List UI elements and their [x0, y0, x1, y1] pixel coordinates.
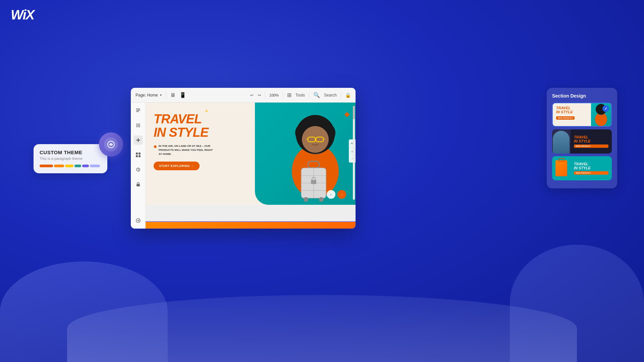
svg-point-11 — [138, 126, 139, 127]
chevron-down-icon: ▾ — [160, 93, 162, 97]
svg-point-12 — [139, 126, 140, 127]
svg-point-5 — [138, 124, 139, 125]
scrollbar-thumb — [353, 106, 355, 119]
hero-right: ◆ — [255, 103, 356, 205]
lock-icon: 🔒 — [345, 93, 351, 98]
luggage-illustration — [299, 161, 329, 204]
svg-point-7 — [136, 125, 137, 126]
editor-sidebar — [131, 103, 146, 229]
editor-body: Home Shop About Contact ✦ SOLAR 🛍 Sectio… — [131, 103, 356, 229]
sidebar-lock-icon[interactable] — [133, 180, 143, 189]
svg-rect-14 — [136, 140, 140, 140]
svg-rect-33 — [308, 161, 319, 168]
search-label[interactable]: Search — [324, 93, 337, 98]
svg-point-42 — [319, 197, 324, 202]
sidebar-apps-icon[interactable] — [133, 150, 143, 160]
page-selector[interactable]: Page: Home ▾ — [136, 93, 162, 98]
separator4 — [309, 92, 309, 99]
ai-icon — [104, 137, 118, 152]
svg-point-8 — [138, 125, 139, 126]
diamond-bullet-icon: ◆ — [154, 144, 157, 149]
page-selector-label: Page: Home — [136, 93, 158, 98]
separator — [166, 92, 166, 99]
search-icon: 🔍 — [313, 92, 320, 98]
star-decoration-1: ✦ — [204, 108, 209, 114]
redo-icon[interactable]: ↪ — [258, 93, 261, 98]
bg-shape-right — [510, 245, 644, 362]
color-swatch-4 — [74, 165, 81, 167]
svg-point-9 — [139, 125, 140, 126]
sidebar-publish-icon[interactable] — [133, 216, 143, 225]
hero-subtitle: ◆ IN THE AIR, ON LAND OR AT SEA – OUR PR… — [154, 144, 214, 156]
hero-subtitle-text: IN THE AIR, ON LAND OR AT SEA – OUR PROD… — [159, 144, 214, 156]
svg-rect-18 — [139, 155, 141, 157]
editor-topbar: Page: Home ▾ 🖥 📱 ↩ ↪ 100% ⊞ Tools 🔍 Sear… — [131, 88, 356, 103]
dc2-badge: NEW PRODUCT — [574, 144, 608, 148]
svg-rect-40 — [311, 180, 316, 184]
svg-rect-16 — [139, 153, 141, 155]
svg-rect-20 — [137, 184, 140, 186]
hero-cta-button[interactable]: START EXPLORING → — [154, 162, 200, 170]
undo-icon[interactable]: ↩ — [250, 93, 254, 98]
dc3-left — [552, 156, 571, 180]
ai-bubble[interactable] — [99, 132, 123, 157]
color-swatch-5 — [82, 165, 89, 167]
hero-title-line2: IN STYLE — [154, 125, 208, 139]
editor-scrollbar[interactable] — [353, 106, 355, 200]
luggage-mini-icon — [555, 160, 567, 176]
design-card-3[interactable]: TRAVELIN STYLE NEW PRODUCT — [552, 156, 612, 180]
sidebar-add-icon[interactable] — [133, 135, 143, 145]
sidebar-pages-icon[interactable] — [133, 106, 143, 115]
design-card-2[interactable]: TRAVELIN STYLE NEW PRODUCT — [552, 129, 612, 154]
wix-logo: WiX — [11, 7, 34, 22]
hero-section: Section Welcome ✦ TRAVEL IN STYLE ◆ IN T… — [146, 103, 356, 205]
color-swatch-2 — [54, 165, 64, 167]
separator3 — [283, 92, 283, 99]
hero-title: TRAVEL IN STYLE — [154, 113, 247, 139]
dc2-left — [552, 129, 571, 154]
dc3-right: TRAVELIN STYLE NEW PRODUCT — [571, 156, 612, 180]
sidebar-theme-icon[interactable] — [133, 165, 143, 174]
section-design-title: Section Design — [552, 93, 612, 99]
section-design-panel: Section Design TRAVELIN STYLE NEW PRODUC… — [547, 88, 617, 188]
svg-rect-2 — [136, 110, 140, 111]
dc1-left: TRAVELIN STYLE NEW PRODUCT — [553, 103, 591, 126]
dc1-badge: NEW PRODUCT — [556, 116, 575, 120]
dc2-right: TRAVELIN STYLE NEW PRODUCT — [571, 129, 612, 154]
dc3-title: TRAVELIN STYLE — [574, 162, 608, 170]
dc1-title: TRAVELIN STYLE — [556, 106, 588, 114]
mobile-icon[interactable]: 📱 — [179, 92, 186, 98]
tools-label[interactable]: Tools — [296, 93, 305, 98]
separator5 — [341, 92, 341, 99]
prev-arrow-button[interactable]: ← — [327, 190, 335, 199]
svg-point-4 — [136, 124, 137, 125]
hero-cta-label: START EXPLORING → — [159, 164, 194, 168]
theme-color-bar — [40, 165, 101, 167]
svg-rect-15 — [136, 153, 138, 155]
svg-rect-3 — [136, 111, 139, 112]
color-swatch-3 — [65, 165, 73, 167]
color-swatch-1 — [40, 165, 53, 167]
editor-canvas: Home Shop About Contact ✦ SOLAR 🛍 Sectio… — [146, 103, 356, 229]
svg-rect-1 — [136, 109, 140, 109]
custom-theme-card: CUSTOM THEME This is a paragraph theme — [34, 144, 107, 173]
custom-theme-subtitle: This is a paragraph theme — [40, 157, 101, 161]
custom-theme-title: CUSTOM THEME — [40, 149, 101, 155]
bg-shape-center — [67, 295, 577, 362]
hero-left: ✦ TRAVEL IN STYLE ◆ IN THE AIR, ON LAND … — [146, 103, 255, 205]
dc3-badge: NEW PRODUCT — [574, 171, 608, 175]
editor-window: Page: Home ▾ 🖥 📱 ↩ ↪ 100% ⊞ Tools 🔍 Sear… — [131, 88, 356, 229]
dc2-person — [553, 131, 570, 154]
svg-rect-17 — [136, 155, 138, 157]
design-card-check-icon: ✓ — [602, 105, 609, 112]
desktop-icon[interactable]: 🖥 — [170, 92, 175, 98]
svg-point-6 — [139, 124, 140, 125]
grid-icon: ⊞ — [287, 92, 291, 98]
color-swatch-6 — [90, 165, 100, 167]
design-card-1[interactable]: TRAVELIN STYLE NEW PRODUCT ✓ — [552, 103, 612, 127]
svg-point-41 — [304, 197, 308, 202]
sidebar-move-icon[interactable] — [133, 121, 143, 130]
hero-title-line1: TRAVEL — [154, 112, 202, 126]
next-arrow-button[interactable]: → — [337, 190, 346, 199]
orange-strip — [146, 222, 356, 229]
